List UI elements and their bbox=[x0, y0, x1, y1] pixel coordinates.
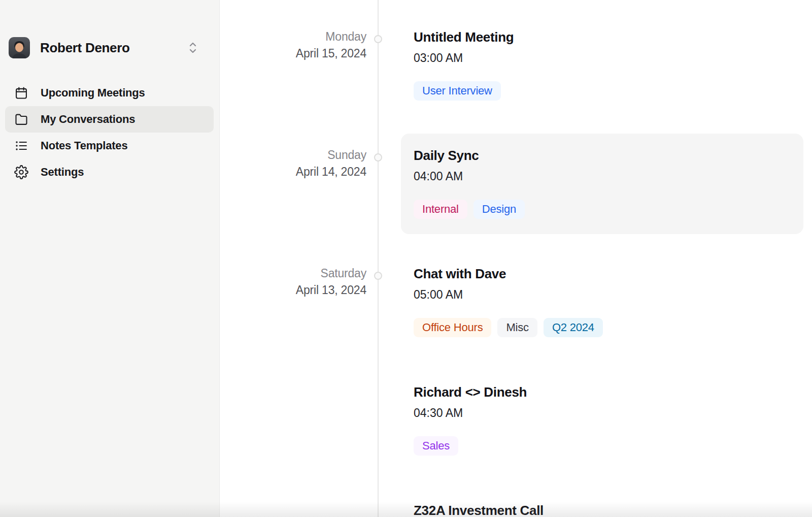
meeting-card[interactable]: Untitled Meeting03:00 AMUser Interview bbox=[401, 15, 803, 116]
tag-misc[interactable]: Misc bbox=[497, 318, 537, 337]
date-label: April 15, 2024 bbox=[220, 45, 366, 62]
calendar-icon bbox=[14, 86, 28, 100]
meeting-title: Chat with Dave bbox=[414, 265, 790, 282]
user-profile[interactable]: Robert Denero bbox=[9, 37, 206, 58]
tag-design[interactable]: Design bbox=[473, 200, 525, 219]
meeting-tags: User Interview bbox=[414, 81, 790, 101]
meeting-card[interactable]: Chat with Dave05:00 AMOffice HoursMiscQ2… bbox=[401, 252, 803, 352]
date-label: April 13, 2024 bbox=[220, 282, 366, 299]
sidebar-item-upcoming-meetings[interactable]: Upcoming Meetings bbox=[5, 80, 214, 106]
sidebar-item-notes-templates[interactable]: Notes Templates bbox=[5, 133, 214, 159]
meeting-time: 03:00 AM bbox=[414, 50, 790, 66]
date-block: SundayApril 14, 2024 bbox=[220, 147, 366, 180]
meeting-time: 04:00 AM bbox=[414, 169, 790, 184]
day-label: Sunday bbox=[220, 147, 366, 164]
sidebar-item-label: Notes Templates bbox=[41, 139, 127, 152]
meeting-card[interactable]: Richard <> Dinesh04:30 AMSales bbox=[401, 370, 803, 471]
user-name: Robert Denero bbox=[40, 40, 187, 56]
meeting-time: 04:30 AM bbox=[414, 405, 790, 421]
tag-office-hours[interactable]: Office Hours bbox=[414, 318, 491, 337]
meeting-tags: Sales bbox=[414, 436, 790, 456]
tag-internal[interactable]: Internal bbox=[414, 200, 467, 219]
meeting-title: Z32A Investment Call bbox=[414, 502, 790, 517]
tag-user-interview[interactable]: User Interview bbox=[414, 81, 501, 101]
avatar bbox=[9, 37, 30, 58]
day-group: MondayApril 15, 2024Untitled Meeting03:0… bbox=[220, 15, 812, 116]
conversations-timeline: MondayApril 15, 2024Untitled Meeting03:0… bbox=[220, 0, 812, 517]
day-group: SundayApril 14, 2024Daily Sync04:00 AMIn… bbox=[220, 134, 812, 234]
meeting-card[interactable]: Z32A Investment Call bbox=[401, 489, 803, 517]
meeting-title: Untitled Meeting bbox=[414, 28, 790, 46]
day-label: Monday bbox=[220, 28, 366, 45]
sidebar-item-my-conversations[interactable]: My Conversations bbox=[5, 106, 214, 133]
app-window: Robert Denero Upcoming MeetingsMy Conver… bbox=[0, 0, 812, 517]
sidebar-item-label: Settings bbox=[41, 166, 84, 179]
timeline-dot bbox=[374, 272, 382, 280]
meeting-card[interactable]: Daily Sync04:00 AMInternalDesign bbox=[401, 134, 803, 234]
sidebar-item-settings[interactable]: Settings bbox=[5, 159, 214, 185]
list-icon bbox=[14, 139, 28, 153]
timeline-dot bbox=[374, 153, 382, 161]
date-block: SaturdayApril 13, 2024 bbox=[220, 265, 366, 299]
chevron-updown-icon bbox=[187, 41, 199, 55]
meeting-time: 05:00 AM bbox=[414, 287, 790, 302]
meeting-title: Richard <> Dinesh bbox=[414, 383, 790, 401]
day-label: Saturday bbox=[220, 265, 366, 282]
tag-sales[interactable]: Sales bbox=[414, 436, 458, 456]
tag-q2-2024[interactable]: Q2 2024 bbox=[544, 318, 603, 337]
gear-icon bbox=[14, 165, 28, 179]
sidebar-nav: Upcoming MeetingsMy ConversationsNotes T… bbox=[5, 80, 214, 185]
sidebar-item-label: Upcoming Meetings bbox=[41, 86, 145, 100]
day-group: SaturdayApril 13, 2024Chat with Dave05:0… bbox=[220, 252, 812, 517]
folder-icon bbox=[14, 112, 28, 126]
meeting-tags: Office HoursMiscQ2 2024 bbox=[414, 318, 790, 337]
date-block: MondayApril 15, 2024 bbox=[220, 28, 366, 62]
day-groups: MondayApril 15, 2024Untitled Meeting03:0… bbox=[220, 0, 812, 517]
sidebar: Robert Denero Upcoming MeetingsMy Conver… bbox=[0, 0, 220, 517]
timeline-dot bbox=[374, 35, 382, 43]
meeting-title: Daily Sync bbox=[414, 147, 790, 164]
date-label: April 14, 2024 bbox=[220, 164, 366, 180]
sidebar-item-label: My Conversations bbox=[41, 113, 135, 126]
meeting-tags: InternalDesign bbox=[414, 200, 790, 219]
